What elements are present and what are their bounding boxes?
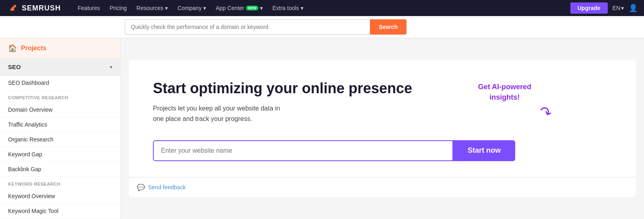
website-input[interactable] (153, 140, 453, 161)
search-input[interactable] (125, 19, 370, 35)
sidebar: 🏠 Projects SEO ▾ SEO Dashboard COMPETITI… (0, 38, 121, 219)
top-navigation: SEMRUSH Features Pricing Resources ▾ Com… (0, 0, 644, 16)
start-now-button[interactable]: Start now (453, 140, 515, 161)
nav-pricing[interactable]: Pricing (105, 3, 131, 13)
projects-label: Projects (21, 45, 46, 52)
main-content: Start optimizing your online presence Pr… (121, 38, 644, 219)
competitive-research-section: COMPETITIVE RESEARCH (0, 90, 120, 102)
feedback-bar: 💬 Send feedback (129, 177, 636, 197)
nav-links: Features Pricing Resources ▾ Company ▾ A… (74, 3, 561, 13)
seo-chevron-icon: ▾ (110, 64, 112, 70)
sidebar-item-seo-dashboard[interactable]: SEO Dashboard (0, 76, 120, 90)
hero-title: Start optimizing your online presence (153, 80, 612, 97)
sidebar-item-keyword-magic-tool[interactable]: Keyword Magic Tool (0, 204, 120, 219)
hero-description: Projects let you keep all your website d… (153, 103, 314, 124)
sidebar-item-keyword-overview[interactable]: Keyword Overview (0, 189, 120, 204)
feedback-link[interactable]: Send feedback (148, 184, 186, 190)
new-badge: new (246, 6, 258, 10)
sidebar-item-backlink-gap[interactable]: Backlink Gap (0, 162, 120, 177)
user-menu-icon[interactable]: 👤 (629, 4, 638, 12)
sidebar-item-traffic-analytics[interactable]: Traffic Analytics (0, 117, 120, 132)
nav-resources[interactable]: Resources ▾ (132, 3, 172, 13)
search-container: Search (125, 19, 407, 35)
logo-text: SEMRUSH (22, 4, 61, 12)
nav-extra-tools[interactable]: Extra tools ▾ (268, 3, 308, 13)
svg-point-1 (14, 5, 16, 7)
sidebar-item-organic-research[interactable]: Organic Research (0, 132, 120, 147)
feedback-icon: 💬 (137, 184, 145, 191)
sidebar-seo[interactable]: SEO ▾ (0, 59, 120, 76)
hero-card: Start optimizing your online presence Pr… (129, 60, 636, 177)
sidebar-item-keyword-gap[interactable]: Keyword Gap (0, 147, 120, 162)
sidebar-projects[interactable]: 🏠 Projects (0, 38, 120, 59)
nav-right: Upgrade EN ▾ 👤 (570, 2, 638, 14)
logo[interactable]: SEMRUSH (6, 2, 61, 14)
nav-company[interactable]: Company ▾ (173, 3, 210, 13)
hero-input-row: Start now (153, 140, 515, 161)
sidebar-item-domain-overview[interactable]: Domain Overview (0, 102, 120, 117)
keyword-research-section: KEYWORD RESEARCH (0, 177, 120, 189)
search-row: Search (0, 16, 644, 38)
ai-badge: Get AI-powered insights! (478, 82, 531, 102)
main-layout: 🏠 Projects SEO ▾ SEO Dashboard COMPETITI… (0, 38, 644, 219)
nav-app-center[interactable]: App Center new ▾ (212, 3, 267, 13)
search-button[interactable]: Search (370, 19, 407, 35)
ai-arrow-icon: ↷ (537, 103, 554, 123)
upgrade-button[interactable]: Upgrade (570, 2, 608, 14)
nav-features[interactable]: Features (74, 3, 104, 13)
language-selector[interactable]: EN ▾ (613, 5, 624, 11)
seo-label: SEO (8, 63, 21, 70)
home-icon: 🏠 (8, 44, 17, 53)
